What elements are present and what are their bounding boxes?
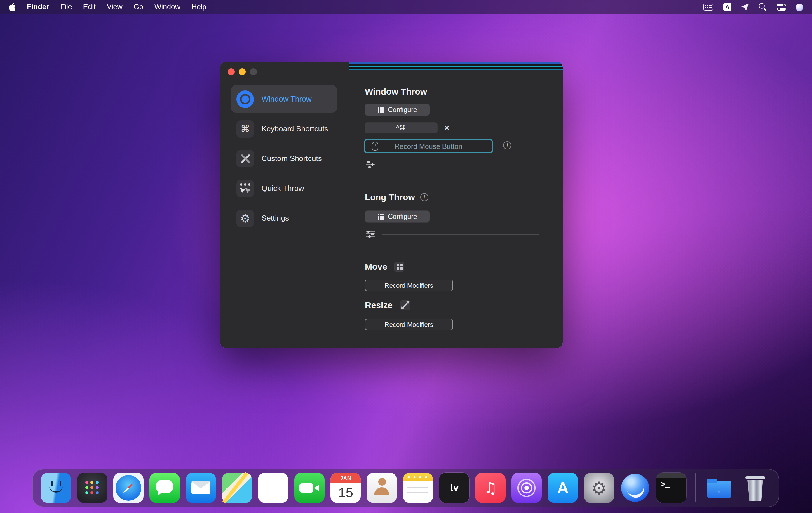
sidebar-item-label: Quick Throw	[262, 184, 304, 192]
record-mouse-button-field[interactable]: Record Mouse Button	[364, 139, 493, 153]
sidebar-item-label: Settings	[262, 214, 289, 222]
grid-icon	[377, 107, 384, 113]
dock-separator	[695, 473, 696, 503]
control-center-icon[interactable]	[777, 4, 786, 10]
grid-icon	[377, 213, 384, 220]
move-record-modifiers-button[interactable]: Record Modifiers	[365, 279, 453, 291]
app-window: Window Throw Keyboard Shortcuts Custom S…	[220, 62, 563, 348]
dock-music-icon[interactable]	[475, 473, 506, 503]
dock-app-store-icon[interactable]: A	[548, 473, 578, 503]
gear-icon	[236, 209, 254, 227]
menu-extra-icon[interactable]	[742, 3, 749, 11]
download-arrow-icon	[707, 481, 731, 498]
dock: JAN 15 tv A >_	[32, 469, 779, 507]
dock-maps-icon[interactable]	[222, 473, 253, 503]
record-mouse-info-icon[interactable]	[503, 141, 511, 149]
long-throw-title: Long Throw	[365, 192, 415, 202]
window-top-stripes-decoration	[348, 62, 563, 70]
terminal-icon-text: >_	[661, 480, 670, 489]
move-grid-icon	[395, 262, 404, 271]
dots-decoration	[240, 183, 242, 185]
long-throw-configure-button[interactable]: Configure	[365, 211, 430, 222]
sidebar-item-label: Custom Shortcuts	[262, 154, 322, 163]
menu-file[interactable]: File	[60, 3, 72, 11]
dock-trash-icon[interactable]	[740, 473, 771, 503]
dock-launchpad-icon[interactable]	[77, 473, 108, 503]
dock-contacts-icon[interactable]	[367, 473, 397, 503]
resize-diagonal-icon	[400, 300, 409, 310]
menu-view[interactable]: View	[107, 3, 123, 11]
calendar-month-label: JAN	[331, 473, 361, 483]
dock-terminal-icon[interactable]: >_	[657, 473, 687, 503]
cursor-arrow-1	[240, 188, 245, 193]
calendar-day-label: 15	[331, 483, 361, 503]
sidebar-item-quick-throw[interactable]: Quick Throw	[231, 175, 337, 202]
app-store-icon-text: A	[548, 473, 578, 503]
dock-safari-icon[interactable]	[114, 473, 144, 503]
quick-throw-icon	[236, 179, 254, 197]
dock-finder-icon[interactable]	[41, 473, 71, 503]
options-sliders-icon[interactable]	[366, 161, 375, 168]
menubar-app-name[interactable]: Finder	[27, 3, 49, 11]
sidebar-item-label: Keyboard Shortcuts	[262, 124, 328, 133]
menu-bar: Finder File Edit View Go Window Help A	[0, 0, 812, 14]
resize-label: Resize	[365, 300, 393, 310]
move-label: Move	[365, 262, 387, 271]
crossed-tools-icon	[236, 150, 254, 167]
section-divider	[382, 234, 539, 234]
quad-dots	[397, 264, 399, 266]
sidebar-item-settings[interactable]: Settings	[231, 204, 337, 232]
desktop-wallpaper: Finder File Edit View Go Window Help A W…	[0, 0, 812, 513]
dock-downloads-icon[interactable]	[704, 473, 734, 503]
dock-messages-icon[interactable]	[150, 473, 180, 503]
options-sliders-icon[interactable]	[366, 231, 375, 238]
mouse-icon	[372, 142, 378, 151]
dock-calendar-icon[interactable]: JAN 15	[331, 473, 361, 503]
window-throw-shortcut-field[interactable]: ^⌘	[365, 123, 437, 133]
section-divider	[382, 164, 539, 165]
configure-button-label: Configure	[388, 106, 417, 113]
sidebar-item-custom-shortcuts[interactable]: Custom Shortcuts	[231, 145, 337, 172]
close-button[interactable]	[228, 68, 235, 75]
sidebar-item-keyboard-shortcuts[interactable]: Keyboard Shortcuts	[231, 115, 337, 142]
dock-mail-icon[interactable]	[186, 473, 216, 503]
configure-button-label: Configure	[388, 213, 417, 220]
dock-podcasts-icon[interactable]	[512, 473, 542, 503]
menu-help[interactable]: Help	[192, 3, 206, 11]
record-mouse-placeholder: Record Mouse Button	[395, 142, 462, 150]
sidebar-item-window-throw[interactable]: Window Throw	[231, 85, 337, 113]
command-key-icon	[236, 120, 254, 138]
tv-icon-text: tv	[439, 473, 470, 503]
clear-shortcut-button[interactable]	[441, 122, 453, 133]
dock-window-manager-app-icon[interactable]	[620, 473, 650, 503]
sidebar-item-label: Window Throw	[262, 95, 312, 103]
menu-go[interactable]: Go	[134, 3, 143, 11]
siri-icon[interactable]	[796, 3, 803, 11]
input-source-icon[interactable]: A	[723, 3, 731, 11]
minimize-button[interactable]	[239, 68, 246, 75]
menu-window[interactable]: Window	[154, 3, 180, 11]
diagonal-arrow	[402, 302, 407, 308]
window-throw-configure-button[interactable]: Configure	[365, 104, 430, 116]
target-circle-icon	[236, 90, 254, 108]
sidebar: Window Throw Keyboard Shortcuts Custom S…	[231, 85, 337, 232]
keyboard-icon[interactable]	[703, 3, 713, 10]
dock-photos-icon[interactable]	[258, 473, 289, 503]
menu-edit[interactable]: Edit	[83, 3, 96, 11]
search-icon[interactable]	[759, 3, 767, 11]
zoom-button[interactable]	[250, 68, 257, 75]
grid-dots	[377, 213, 379, 215]
apple-menu-icon[interactable]	[9, 3, 16, 11]
cursor-arrow-2	[245, 188, 251, 193]
dock-tv-icon[interactable]: tv	[439, 473, 470, 503]
resize-record-modifiers-button[interactable]: Record Modifiers	[365, 319, 453, 330]
long-throw-info-icon[interactable]	[420, 193, 429, 201]
window-throw-title: Window Throw	[365, 86, 427, 96]
dock-system-preferences-icon[interactable]	[584, 473, 614, 503]
dock-notes-icon[interactable]	[403, 473, 433, 503]
grid-dots	[377, 107, 379, 108]
dock-facetime-icon[interactable]	[294, 473, 325, 503]
